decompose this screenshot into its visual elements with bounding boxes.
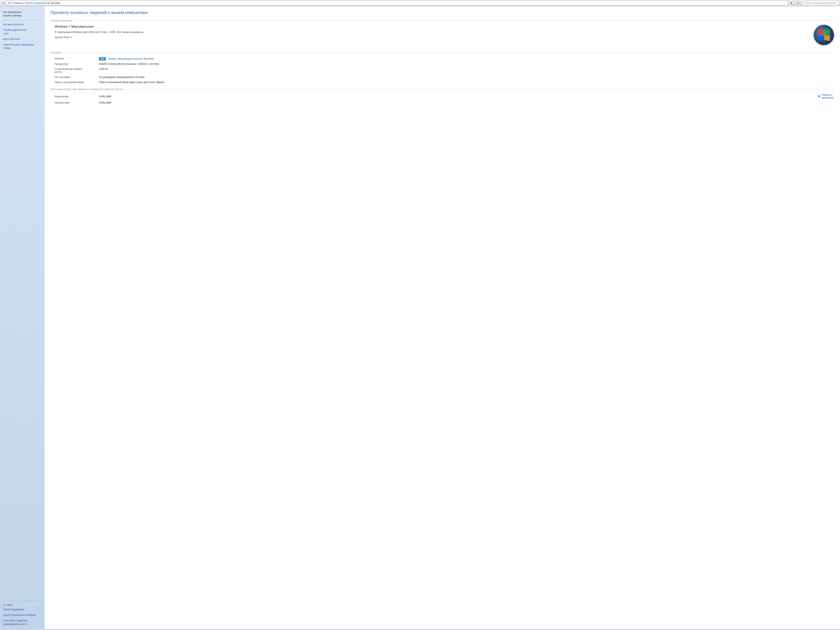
system-type-value: 32-разрядная операционная система (99, 76, 834, 79)
performance-badge[interactable]: 1,0 (99, 57, 106, 60)
page-title: Просмотр основных сведений о вашем компь… (51, 10, 834, 15)
service-pack: Service Pack 1 (55, 36, 810, 39)
rating-value: 1,0 Индекс производительности Windows (99, 57, 834, 60)
system-info-block: Оценка: 1,0 Индекс производительности Wi… (51, 57, 834, 84)
system-section-title: Система (51, 51, 61, 54)
sidebar-item-home[interactable]: ель управления -ашняя страница (0, 9, 44, 18)
edition-info: Windows 7 Максимальная © Корпорация Майк… (55, 25, 810, 39)
content-area: Просмотр основных сведений о вашем компь… (44, 6, 840, 629)
change-params-button[interactable]: 🖥 Изменитьпараметры (817, 93, 834, 99)
breadcrumb-current: Система (50, 2, 60, 5)
edition-block: Windows 7 Максимальная © Корпорация Майк… (51, 25, 834, 45)
sidebar-item-windows-update[interactable]: Центр обновления Windows (0, 613, 44, 618)
breadcrumb-control-panel[interactable]: Все элементы панели управления (8, 2, 47, 5)
pen-row: Перо и сенсорный ввод: Перо и сенсорный … (55, 81, 834, 84)
computer-section-title: Имя компьютера, имя домена и параметры р… (51, 88, 123, 91)
sidebar-top-section: ель управления -ашняя страница петчер ус… (0, 8, 44, 52)
processor-row: Процессор: Intel(R) Celeron(R) M process… (55, 62, 834, 65)
fullname-row: Полное имя: XARLAMP (55, 101, 834, 104)
system-type-row: Тип системы: 32-разрядная операционная с… (55, 76, 834, 79)
ram-label: Установленная память(ОЗУ): (55, 68, 99, 74)
processor-label: Процессор: (55, 62, 99, 65)
change-icon: 🖥 (817, 95, 821, 98)
sidebar-item-support-center[interactable]: Центр поддержки (0, 607, 44, 613)
computer-info-block: Компьютер: XARLAMP 🖥 Изменитьпараметры П… (51, 93, 834, 104)
breadcrumb-arrow: ▶ (47, 2, 49, 5)
pen-label: Перо и сенсорный ввод: (55, 81, 99, 84)
sidebar-item-device-manager[interactable]: петчер устройств (0, 22, 44, 27)
rating-label: Оценка: (55, 57, 99, 60)
computer-value: XARLAMP (99, 95, 112, 98)
edition-copyright: © Корпорация Майкрософт (Microsoft Corp.… (55, 30, 176, 34)
windows-logo (814, 25, 834, 45)
sidebar-item-advanced-params[interactable]: полнительные параметрыстемы (0, 42, 44, 51)
system-section-header: Система (51, 51, 834, 54)
computer-label: Компьютер: (55, 95, 99, 98)
computer-section-line (126, 89, 834, 89)
refresh-button[interactable]: ↻ (795, 1, 801, 5)
ram-row: Установленная память(ОЗУ): 2,00 ГБ (55, 68, 834, 74)
system-section-line (63, 52, 834, 53)
back-button[interactable]: « (1, 1, 5, 5)
sidebar-divider-2 (2, 600, 42, 601)
processor-value: Intel(R) Celeron(R) M processor 1.60GHz … (99, 62, 834, 65)
pen-value: Перо и сенсорный ввод недоступны для это… (99, 81, 834, 84)
edition-section-header: Издание Windows (51, 19, 834, 22)
search-input[interactable]: Поиск в панели управления (802, 1, 839, 5)
ram-value: 2,00 ГБ (99, 68, 834, 71)
performance-link[interactable]: Индекс производительности Windows (108, 57, 154, 60)
address-bar: « Все элементы панели управления ▶ Систе… (0, 0, 840, 6)
fullname-value: XARLAMP (99, 101, 112, 104)
sidebar-item-system-protection[interactable]: щита системы (0, 36, 44, 42)
sidebar-item-remote-access[interactable]: стройка удаленноготупа (0, 27, 44, 36)
fullname-label: Полное имя: (55, 101, 99, 104)
change-label: Изменитьпараметры (821, 93, 834, 99)
sidebar: ель управления -ашняя страница петчер ус… (0, 6, 44, 629)
sidebar-item-performance[interactable]: Счетчики и средствапроизводительности (0, 618, 44, 627)
main-layout: ель управления -ашняя страница петчер ус… (0, 6, 840, 629)
breadcrumb: Все элементы панели управления ▶ Система (6, 1, 788, 5)
sidebar-also-title: м. также (0, 602, 44, 607)
edition-section-title: Издание Windows (51, 19, 72, 22)
system-type-label: Тип системы: (55, 76, 99, 79)
svg-point-0 (817, 29, 827, 36)
computer-section-header: Имя компьютера, имя домена и параметры р… (51, 88, 834, 91)
address-dropdown-button[interactable]: ▼ (789, 1, 794, 5)
edition-name: Windows 7 Максимальная (55, 25, 810, 28)
computer-name-row: Компьютер: XARLAMP 🖥 Изменитьпараметры (55, 93, 834, 99)
rating-row: Оценка: 1,0 Индекс производительности Wi… (55, 57, 834, 60)
